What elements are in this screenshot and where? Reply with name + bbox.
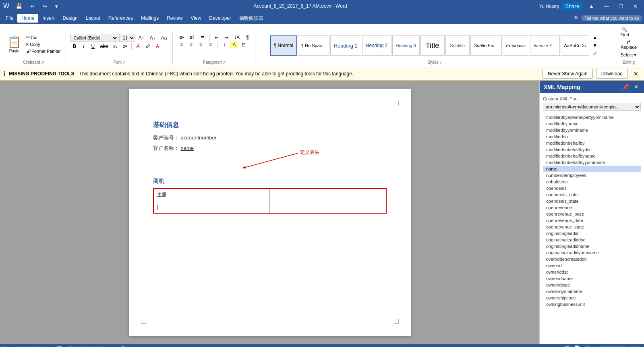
xml-tree-item[interactable]: originatingleadid bbox=[543, 230, 641, 237]
style-normal[interactable]: ¶ Normal bbox=[270, 35, 297, 56]
xml-tree-item[interactable]: numberofemployees bbox=[543, 172, 641, 179]
xml-tree-item[interactable]: name bbox=[543, 166, 641, 172]
customize-qat-button[interactable]: ▾ bbox=[52, 2, 61, 10]
xml-tree-item[interactable]: openrevenue_state bbox=[543, 224, 641, 230]
xml-tree-item[interactable]: openrevenue_base bbox=[543, 211, 641, 217]
styles-scroll-down[interactable]: ▼ bbox=[590, 42, 600, 49]
borders-button[interactable]: ⊟ bbox=[239, 41, 248, 48]
menu-layout[interactable]: Layout bbox=[82, 14, 104, 23]
menu-design[interactable]: Design bbox=[58, 14, 81, 23]
xml-tree-item[interactable]: owneridyominame bbox=[543, 288, 641, 295]
font-color-button[interactable]: A bbox=[153, 43, 162, 50]
cut-button[interactable]: ✂ Cut bbox=[25, 34, 62, 41]
xml-tree-item[interactable]: owneridtype bbox=[543, 282, 641, 288]
increase-font-button[interactable]: A↑ bbox=[136, 34, 147, 42]
notification-close-button[interactable]: ✕ bbox=[631, 70, 641, 78]
redo-button[interactable]: ↪ bbox=[39, 2, 50, 10]
style-heading2[interactable]: Heading 2 bbox=[362, 35, 391, 56]
xml-tree-item[interactable]: owneriddsc bbox=[543, 269, 641, 275]
decrease-indent-button[interactable]: ⇤ bbox=[212, 34, 221, 41]
xml-tree-item[interactable]: modifiedonbehalfbyyominame bbox=[543, 159, 641, 166]
download-button[interactable]: Download bbox=[596, 69, 628, 79]
menu-review[interactable]: Review bbox=[163, 14, 186, 23]
menu-developer[interactable]: Developer bbox=[205, 14, 235, 23]
subscript-button[interactable]: x₂ bbox=[111, 43, 120, 50]
xml-tree-item[interactable]: opendeals bbox=[543, 185, 641, 191]
xml-tree-item[interactable]: modifiedonbehalfbyname bbox=[543, 153, 641, 159]
shading-button[interactable]: A bbox=[230, 41, 238, 48]
never-show-again-button[interactable]: Never Show Again bbox=[543, 69, 593, 79]
copy-button[interactable]: ⎘ Copy bbox=[25, 41, 62, 48]
style-emphasis[interactable]: Emphasis bbox=[503, 35, 529, 56]
superscript-button[interactable]: x² bbox=[120, 43, 129, 50]
select-button[interactable]: Select ▾ bbox=[618, 51, 639, 59]
menu-insert[interactable]: Insert bbox=[38, 14, 58, 23]
menu-home[interactable]: Home bbox=[17, 14, 38, 23]
zoom-slider[interactable] bbox=[594, 345, 626, 347]
numbering-button[interactable]: ≡1 bbox=[187, 34, 198, 41]
line-spacing-button[interactable]: ↕ bbox=[220, 41, 229, 48]
underline-button[interactable]: U bbox=[89, 43, 97, 50]
style-intense-emphasis[interactable]: Intense E... bbox=[530, 35, 560, 56]
show-formatting-button[interactable]: ¶ bbox=[243, 34, 252, 41]
multilevel-list-button[interactable]: ≣ bbox=[198, 34, 207, 41]
save-button[interactable]: 💾 bbox=[12, 2, 25, 10]
xml-tree-item[interactable]: modifiedonbehalfby bbox=[543, 140, 641, 146]
share-button[interactable]: Share bbox=[562, 2, 582, 10]
align-center-button[interactable]: ≡ bbox=[186, 41, 195, 48]
paragraph-expand-icon[interactable]: ⤢ bbox=[223, 60, 226, 64]
font-name-select[interactable]: Calibri (Body) bbox=[70, 34, 118, 42]
menu-mailings[interactable]: Mailings bbox=[137, 14, 163, 23]
xml-tree-item[interactable]: modifiedonbehalfbydsc bbox=[543, 146, 641, 153]
style-heading1[interactable]: Heading 1 bbox=[330, 35, 361, 56]
decrease-font-button[interactable]: A↓ bbox=[147, 34, 158, 42]
menu-file[interactable]: File bbox=[2, 14, 17, 23]
bullets-button[interactable]: ≡• bbox=[177, 34, 186, 41]
style-subtle-emphasis[interactable]: Subtle Em... bbox=[470, 35, 502, 56]
text-effects-button[interactable]: A bbox=[134, 43, 143, 50]
web-layout-button[interactable]: 🌐 bbox=[584, 345, 591, 347]
replace-button[interactable]: ⇄ Replace bbox=[618, 38, 639, 51]
xml-tree-item[interactable]: originatingleadiddsc bbox=[543, 237, 641, 243]
table-data-cell1[interactable]: | bbox=[153, 201, 270, 213]
xml-tree-item[interactable]: modifiedon bbox=[543, 133, 641, 140]
font-expand-icon[interactable]: ⤢ bbox=[122, 60, 126, 64]
clear-format-button[interactable]: Aa bbox=[159, 34, 170, 42]
strikethrough-button[interactable]: abc bbox=[98, 43, 110, 50]
minimize-button[interactable]: — bbox=[601, 2, 612, 10]
italic-button[interactable]: I bbox=[79, 43, 88, 50]
read-mode-button[interactable]: 📖 bbox=[564, 345, 571, 347]
close-window-button[interactable]: ✕ bbox=[630, 2, 641, 10]
styles-expand-icon[interactable]: ⤢ bbox=[439, 60, 443, 64]
tell-me-input[interactable]: Tell me what you want to do bbox=[581, 15, 642, 21]
xml-tree-item[interactable]: openrevenue bbox=[543, 204, 641, 211]
menu-view[interactable]: View bbox=[187, 14, 205, 23]
increase-indent-button[interactable]: ⇥ bbox=[222, 34, 231, 41]
xml-panel-close-button[interactable]: ✕ bbox=[632, 83, 640, 91]
xml-tree-item[interactable]: onholdtime bbox=[543, 179, 641, 185]
find-button[interactable]: 🔍 Find bbox=[618, 26, 632, 38]
menu-references[interactable]: References bbox=[104, 14, 137, 23]
restore-button[interactable]: ❐ bbox=[615, 2, 627, 10]
justify-button[interactable]: ≡ bbox=[206, 41, 215, 48]
xml-tree-item[interactable]: owneridname bbox=[543, 275, 641, 282]
xml-tree-item[interactable]: originatingleadidname bbox=[543, 243, 641, 249]
bold-button[interactable]: B bbox=[70, 43, 79, 50]
format-painter-button[interactable]: 🖌 Format Painter bbox=[25, 48, 62, 54]
ribbon-collapse-button[interactable]: ▲ bbox=[586, 2, 597, 10]
xml-tree-item[interactable]: opendeals_state bbox=[543, 198, 641, 204]
style-extra[interactable]: AaBbCcDc bbox=[561, 35, 590, 56]
xml-tree-item[interactable]: overriddencreatedon bbox=[543, 256, 641, 262]
style-subtitle[interactable]: Subtitle bbox=[445, 35, 470, 56]
print-layout-button[interactable]: 📄 bbox=[574, 345, 581, 347]
font-size-select[interactable]: 11 bbox=[119, 34, 135, 42]
xml-tree-item[interactable]: openrevenue_date bbox=[543, 217, 641, 224]
xml-panel-pin-button[interactable]: 📌 bbox=[621, 83, 631, 91]
paste-button[interactable]: 📋 Paste bbox=[5, 34, 24, 55]
style-no-space[interactable]: ¶ No Spac... bbox=[298, 35, 329, 56]
sort-button[interactable]: ↕A bbox=[232, 34, 242, 41]
table-data-cell2[interactable] bbox=[270, 201, 386, 213]
highlight-button[interactable]: 🖊 bbox=[143, 43, 153, 50]
xml-tree-item[interactable]: modifiedbyexternalpartyyominame bbox=[543, 114, 641, 121]
xml-tree-item[interactable]: originatingleadidyominame bbox=[543, 249, 641, 256]
